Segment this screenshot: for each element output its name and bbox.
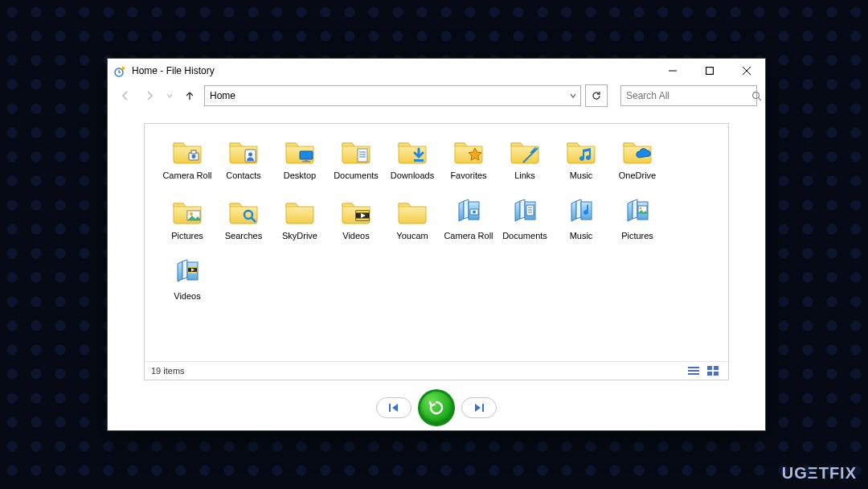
folder-item[interactable]: OneDrive — [609, 135, 665, 181]
item-label: Documents — [328, 171, 384, 181]
svg-rect-19 — [414, 159, 424, 162]
svg-rect-2 — [706, 68, 714, 75]
folder-documents-icon — [340, 135, 372, 167]
folder-videos-icon — [340, 195, 372, 228]
folder-downloads-icon — [396, 135, 428, 167]
item-count: 19 items — [151, 366, 185, 376]
title-bar: Home - File History — [108, 59, 765, 83]
folder-item[interactable]: Pictures — [159, 195, 215, 241]
forward-button[interactable] — [140, 86, 159, 105]
svg-rect-39 — [688, 370, 699, 372]
svg-rect-12 — [300, 151, 313, 159]
svg-rect-25 — [356, 211, 369, 213]
history-controls — [108, 385, 765, 430]
library-music-icon — [565, 195, 597, 228]
refresh-button[interactable] — [585, 84, 608, 107]
window-title: Home - File History — [132, 65, 215, 76]
folder-desktop-icon — [284, 135, 316, 167]
file-history-window: Home - File History Camera RollContactsD… — [107, 58, 766, 431]
app-icon — [114, 64, 127, 77]
minimize-button[interactable] — [654, 59, 691, 83]
library-pictures-icon — [621, 195, 653, 228]
folder-item[interactable]: Music — [553, 195, 609, 241]
close-button[interactable] — [728, 59, 765, 83]
folder-item[interactable]: Downloads — [384, 135, 440, 181]
svg-rect-14 — [302, 161, 310, 162]
svg-rect-42 — [714, 366, 719, 370]
folder-searches-icon — [227, 195, 260, 228]
up-button[interactable] — [180, 86, 199, 105]
library-documents-icon — [509, 195, 541, 228]
svg-point-9 — [192, 154, 196, 158]
watermark: UGΞTFIX — [782, 464, 857, 483]
folder-onedrive-icon — [621, 135, 653, 167]
folder-generic-icon — [284, 195, 316, 228]
folder-item[interactable]: Contacts — [215, 135, 272, 181]
svg-rect-15 — [358, 149, 367, 162]
item-label: OneDrive — [609, 171, 665, 181]
item-label: Camera Roll — [159, 171, 215, 181]
folder-item[interactable]: Links — [497, 135, 553, 181]
svg-rect-13 — [305, 159, 308, 161]
folder-item[interactable]: Youcam — [384, 195, 440, 241]
item-label: SkyDrive — [272, 231, 328, 241]
folder-item[interactable]: Desktop — [272, 135, 328, 181]
address-dropdown-icon[interactable] — [566, 92, 580, 99]
previous-version-button[interactable] — [376, 397, 411, 418]
folder-item[interactable]: Videos — [328, 195, 384, 241]
svg-rect-36 — [188, 266, 197, 268]
view-large-icons-button[interactable] — [704, 364, 722, 378]
svg-rect-38 — [688, 367, 699, 368]
folder-item[interactable]: Documents — [328, 135, 384, 181]
items-grid[interactable]: Camera RollContactsDesktopDocumentsDownl… — [145, 124, 728, 361]
svg-point-21 — [190, 212, 193, 216]
items-panel: Camera RollContactsDesktopDocumentsDownl… — [144, 123, 729, 380]
nav-toolbar — [108, 83, 765, 109]
status-bar: 19 items — [145, 361, 728, 380]
svg-line-6 — [759, 97, 762, 101]
next-version-button[interactable] — [461, 397, 497, 418]
address-input[interactable] — [205, 90, 566, 101]
item-label: Videos — [328, 231, 384, 241]
maximize-button[interactable] — [691, 59, 728, 83]
svg-rect-43 — [707, 372, 712, 376]
search-icon — [751, 91, 762, 101]
svg-point-34 — [640, 208, 642, 210]
folder-item[interactable]: Videos — [159, 256, 215, 302]
item-label: Music — [553, 171, 609, 181]
folder-item[interactable]: Pictures — [609, 195, 665, 241]
search-input[interactable] — [621, 90, 751, 101]
svg-point-28 — [473, 211, 476, 214]
svg-point-11 — [248, 153, 252, 157]
folder-item[interactable]: Camera Roll — [159, 135, 215, 181]
address-bar[interactable] — [204, 85, 581, 106]
item-label: Searches — [215, 231, 272, 241]
folder-links-icon — [509, 135, 541, 167]
folder-generic-icon — [396, 195, 428, 228]
item-label: Pictures — [159, 231, 215, 241]
library-camera-icon — [452, 195, 485, 228]
item-label: Camera Roll — [440, 231, 497, 241]
folder-item[interactable]: Searches — [215, 195, 272, 241]
content-area: Camera RollContactsDesktopDocumentsDownl… — [108, 109, 765, 385]
item-label: Documents — [497, 231, 553, 241]
folder-item[interactable]: Favorites — [440, 135, 497, 181]
folder-music-icon — [565, 135, 597, 167]
svg-rect-46 — [482, 404, 484, 412]
svg-rect-37 — [188, 272, 197, 273]
search-box[interactable] — [620, 85, 757, 106]
folder-item[interactable]: Music — [553, 135, 609, 181]
item-label: Music — [553, 231, 609, 241]
view-details-button[interactable] — [685, 364, 702, 378]
recent-dropdown[interactable] — [164, 86, 175, 105]
back-button[interactable] — [116, 86, 135, 105]
item-label: Contacts — [215, 171, 272, 181]
svg-rect-44 — [714, 372, 719, 376]
svg-rect-41 — [707, 366, 712, 370]
restore-button[interactable] — [418, 389, 455, 426]
folder-item[interactable]: SkyDrive — [272, 195, 328, 241]
folder-item[interactable]: Documents — [497, 195, 553, 241]
folder-item[interactable]: Camera Roll — [440, 195, 497, 241]
svg-point-5 — [753, 92, 760, 98]
item-label: Pictures — [609, 231, 665, 241]
